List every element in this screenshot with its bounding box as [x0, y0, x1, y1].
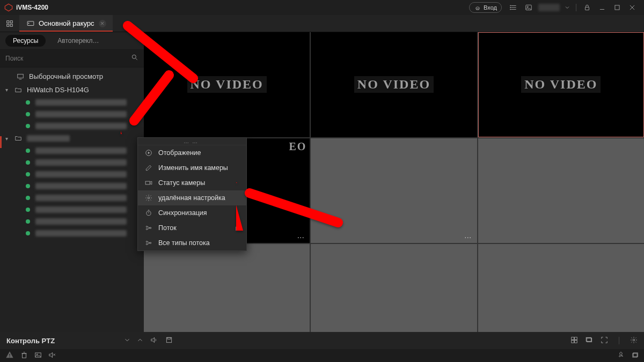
svg-rect-48 — [145, 181, 150, 184]
no-video-label: NO VIDEO — [187, 76, 267, 93]
status-dot-icon — [26, 231, 30, 235]
menu-label: Поток — [158, 224, 177, 232]
status-bar — [0, 349, 644, 362]
status-dot-icon — [26, 160, 30, 165]
login-button[interactable]: Вход — [469, 2, 502, 13]
play-icon — [144, 149, 153, 157]
svg-marker-47 — [148, 152, 150, 154]
tree-item-device[interactable]: ▾ — [0, 132, 144, 145]
tree-item-camera[interactable] — [0, 192, 144, 204]
tree-item-device[interactable]: ▾ HiWatch DS-H104G — [0, 83, 144, 97]
trash-icon[interactable] — [20, 351, 28, 360]
status-dot-icon — [26, 100, 30, 105]
tree-item-camera[interactable] — [0, 157, 144, 168]
layout-grid-icon[interactable] — [570, 336, 578, 345]
svg-point-4 — [510, 5, 511, 6]
chevron-down-icon[interactable] — [564, 2, 570, 13]
tree-item-camera[interactable] — [0, 97, 144, 108]
save-icon[interactable] — [165, 336, 173, 345]
layers-icon[interactable] — [631, 351, 639, 360]
blurred-label — [35, 171, 127, 178]
menu-item-rename[interactable]: Изменить имя камеры — [138, 160, 246, 175]
app-logo — [4, 3, 13, 12]
pin-icon[interactable] — [617, 351, 625, 360]
video-cell[interactable]: … — [311, 138, 477, 243]
alert-icon[interactable] — [5, 351, 14, 361]
tree-item-camera[interactable] — [0, 120, 144, 132]
svg-rect-9 — [586, 7, 589, 10]
svg-line-62 — [148, 242, 150, 243]
blurred-label — [35, 183, 127, 189]
sidebar-tab-resources[interactable]: Ресурсы — [5, 35, 46, 47]
expand-icon[interactable]: ▾ — [3, 136, 10, 142]
menu-item-stream[interactable]: Поток ▶ — [138, 220, 246, 235]
minimize-icon[interactable] — [597, 2, 608, 13]
app-grid-button[interactable] — [0, 15, 19, 32]
video-cell-selected[interactable]: NO VIDEO — [478, 32, 644, 137]
svg-point-20 — [132, 55, 136, 58]
cell-menu-button[interactable]: … — [464, 231, 473, 240]
svg-point-54 — [146, 226, 147, 227]
chevron-down-icon[interactable] — [123, 336, 131, 345]
app-title: iVMS-4200 — [16, 4, 48, 11]
menu-label: Статус камеры — [158, 179, 205, 187]
picture-icon[interactable] — [34, 351, 42, 360]
tab-main-view[interactable]: Основной ракурс × — [19, 15, 113, 32]
status-dot-icon — [26, 124, 30, 128]
tree-item-camera[interactable] — [0, 168, 144, 180]
svg-rect-22 — [18, 74, 24, 78]
picture-icon[interactable] — [523, 2, 534, 13]
sidebar-tab-autoswitch[interactable]: Автоперекл… — [50, 35, 106, 47]
maximize-icon[interactable] — [612, 2, 623, 13]
cell-menu-button[interactable]: … — [297, 231, 305, 240]
svg-point-59 — [146, 241, 147, 242]
monitor-icon — [16, 73, 25, 80]
main-area: Ресурсы Автоперекл… Выборочный просмотр … — [0, 32, 644, 349]
chevron-up-icon[interactable] — [136, 336, 144, 345]
gear-icon[interactable] — [630, 336, 638, 345]
sidebar: Ресурсы Автоперекл… Выборочный просмотр … — [0, 32, 144, 349]
no-video-fragment: EO — [289, 141, 306, 153]
svg-marker-49 — [150, 181, 152, 184]
video-cell[interactable]: NO VIDEO — [144, 32, 310, 137]
window-icon[interactable] — [586, 336, 593, 345]
tree-item-camera[interactable] — [0, 108, 144, 120]
svg-point-5 — [510, 7, 511, 8]
tree-item-camera[interactable] — [0, 204, 144, 216]
fullscreen-icon[interactable] — [601, 336, 608, 345]
search-icon[interactable] — [131, 54, 138, 63]
status-dot-icon — [26, 219, 30, 224]
svg-rect-28 — [575, 337, 577, 339]
menu-label: Отображение — [158, 149, 201, 157]
blurred-label — [27, 135, 70, 142]
blurred-label — [35, 123, 127, 129]
svg-rect-35 — [9, 356, 10, 357]
camera-context-menu: …… Отображение Изменить имя камеры Стату… — [137, 137, 247, 251]
svg-point-33 — [633, 339, 635, 341]
svg-rect-17 — [10, 24, 12, 26]
menu-item-all-stream-types[interactable]: Все типы потока — [138, 235, 246, 250]
tree-item-camera[interactable] — [0, 227, 144, 239]
tree-item-camera[interactable] — [0, 145, 144, 157]
tree-item-selective-view[interactable]: Выборочный просмотр — [0, 70, 144, 83]
menu-label: удалённая настройка — [158, 194, 225, 202]
expand-icon[interactable]: ▾ — [3, 87, 10, 93]
video-cell[interactable]: NO VIDEO — [311, 32, 477, 137]
mute-icon[interactable] — [48, 351, 56, 360]
user-label-placeholder — [538, 4, 560, 11]
tree-item-camera[interactable] — [0, 180, 144, 192]
svg-point-19 — [28, 23, 29, 23]
list-icon[interactable] — [508, 2, 519, 13]
video-cell[interactable] — [478, 138, 644, 243]
menu-item-status[interactable]: Статус камеры — [138, 175, 246, 190]
search-input[interactable] — [5, 55, 127, 62]
tree-item-camera[interactable] — [0, 216, 144, 227]
lock-icon[interactable] — [582, 2, 592, 13]
menu-item-sync[interactable]: Синхронизация — [138, 205, 246, 220]
close-icon[interactable] — [627, 2, 638, 13]
volume-icon[interactable] — [150, 336, 158, 345]
menu-item-remote-config[interactable]: удалённая настройка — [138, 190, 246, 205]
menu-item-display[interactable]: Отображение — [138, 145, 246, 160]
blurred-label — [35, 99, 127, 106]
tab-close-icon[interactable]: × — [99, 20, 106, 27]
